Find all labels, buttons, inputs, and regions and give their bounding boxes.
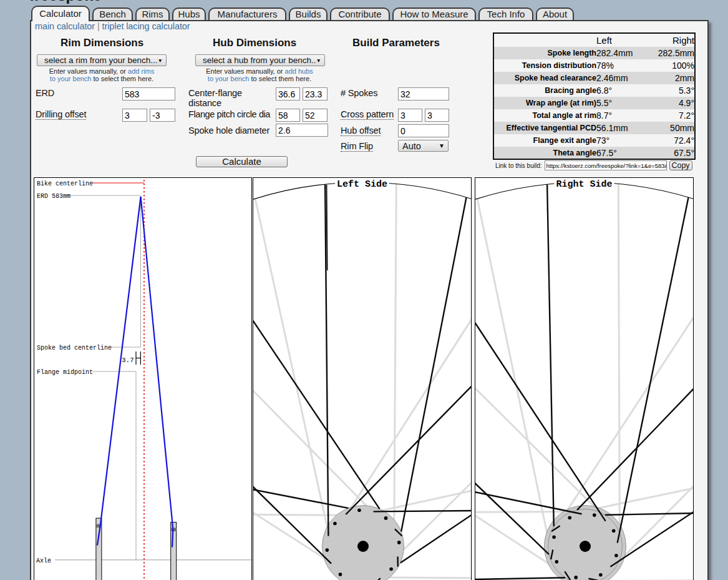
svg-text:Bike centerline: Bike centerline — [37, 180, 93, 187]
svg-text:Spoke bed centerline: Spoke bed centerline — [37, 345, 112, 351]
svg-text:Axle: Axle — [36, 558, 51, 564]
svg-text:Right Side: Right Side — [556, 179, 612, 190]
svg-text:Left Side: Left Side — [337, 179, 387, 190]
svg-text:Flange midpoint: Flange midpoint — [37, 369, 93, 376]
svg-text:ERD 583mm: ERD 583mm — [37, 193, 70, 200]
svg-text:3.7: 3.7 — [122, 356, 134, 364]
